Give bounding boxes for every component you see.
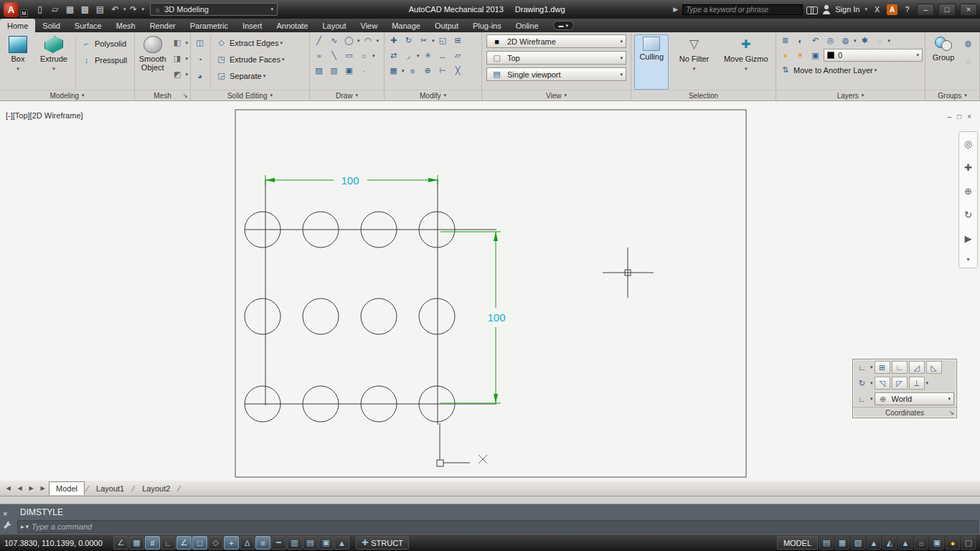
tab-manage[interactable]: Manage	[385, 19, 428, 32]
lineweight-toggle[interactable]: ━	[271, 536, 286, 550]
quick-view-layouts-icon[interactable]: ▦	[835, 536, 849, 550]
autocad-logo-icon[interactable]: A	[4, 2, 19, 17]
subtract-icon[interactable]: ◔	[193, 53, 207, 65]
steering-wheel-icon[interactable]: ◎	[961, 136, 976, 151]
hatch-icon[interactable]: ▨	[312, 65, 326, 77]
ucs-origin-button[interactable]: ↻	[855, 377, 869, 390]
object-snap-toggle[interactable]: □	[192, 536, 207, 550]
command-wrench-icon[interactable]	[3, 519, 11, 532]
polysolid-button[interactable]: ⌐ Polysolid	[80, 37, 127, 50]
pan-icon[interactable]: ✚	[961, 160, 976, 174]
copy-icon[interactable]: ⊞	[451, 34, 465, 47]
ucs-view-button[interactable]: ◸	[892, 377, 908, 390]
culling-toggle[interactable]: Culling	[634, 34, 669, 90]
command-prompt-icon[interactable]: ▸▾	[21, 523, 29, 530]
scale-icon[interactable]: ▱	[451, 50, 465, 62]
new-drawing-icon[interactable]: ▯	[32, 2, 47, 17]
layer-off-icon[interactable]: ◌	[873, 34, 887, 47]
panel-groups-footer[interactable]: Groups▾	[925, 90, 979, 100]
named-ucs-button[interactable]: ⊞	[875, 361, 890, 374]
ungroup-icon[interactable]: ◍	[961, 37, 975, 50]
annotation-visibility-icon[interactable]: ◭	[882, 536, 897, 550]
intersect-icon[interactable]: ◕	[193, 70, 207, 82]
layer-on-bulb-icon[interactable]: ●	[778, 50, 792, 62]
minimize-button[interactable]: –	[917, 4, 934, 16]
save-as-icon[interactable]: ▩	[77, 2, 93, 17]
undo-icon[interactable]: ↶	[108, 2, 123, 17]
explode-icon[interactable]: ✳	[421, 50, 435, 62]
tab-render[interactable]: Render	[143, 19, 183, 32]
ucs-zaxis-button[interactable]: ⊥	[909, 377, 925, 390]
polar-tracking-toggle[interactable]: ∠	[176, 536, 192, 550]
orbit-icon[interactable]: ↻	[961, 207, 976, 222]
region-icon[interactable]: ▣	[342, 65, 356, 77]
tab-mesh[interactable]: Mesh	[109, 19, 143, 32]
erase-icon[interactable]: ◱	[436, 34, 450, 47]
group-button[interactable]: Group	[928, 34, 959, 90]
transparency-toggle[interactable]: ▥	[287, 536, 302, 550]
ucs-named-dropdown[interactable]: ⊕ World ▾	[875, 392, 954, 405]
showmotion-icon[interactable]: ▶	[961, 231, 976, 245]
struct-toggle[interactable]: ✚ STRUCT	[356, 536, 409, 550]
extrude-faces-button[interactable]: ◳ Extrude Faces ▾	[215, 53, 284, 65]
array-icon[interactable]: ▦	[387, 65, 400, 77]
ribbon-minimize-button[interactable]: ▬ ▾	[553, 21, 575, 30]
extract-edges-button[interactable]: ◇ Extract Edges ▾	[215, 37, 284, 49]
ucs-face-button[interactable]: ◺	[926, 361, 942, 374]
sign-in-caret-icon[interactable]: ▾	[864, 6, 867, 12]
no-filter-dropdown[interactable]: ▽ No Filter ▾	[672, 34, 717, 90]
command-close-icon[interactable]: ×	[3, 509, 7, 518]
search-input[interactable]	[682, 4, 803, 15]
dynamic-ucs-toggle[interactable]: ∆	[240, 536, 255, 550]
viewport-controls-label[interactable]: [-][Top][2D Wireframe]	[6, 111, 83, 120]
layer-properties-icon[interactable]: ≣	[778, 34, 792, 47]
ucs-world-button[interactable]: ∟	[892, 361, 908, 374]
save-icon[interactable]: ▦	[62, 2, 77, 17]
last-layout-button[interactable]: ▶	[37, 483, 48, 494]
tab-parametric[interactable]: Parametric	[183, 19, 235, 32]
dynamic-input-toggle[interactable]: ≡	[255, 536, 270, 550]
layer-isolate-icon[interactable]: ◎	[824, 34, 837, 47]
command-window[interactable]: × DIMSTYLE ▸▾	[0, 504, 980, 534]
spline-icon[interactable]: ≈	[312, 50, 326, 62]
layer-lock-icon[interactable]: ▣	[809, 50, 822, 62]
annotation-scale-icon[interactable]: ▲	[867, 536, 881, 550]
tab-view[interactable]: View	[354, 19, 385, 32]
3d-object-snap-toggle[interactable]: ◇	[208, 536, 223, 550]
doc-minimize-icon[interactable]: –	[948, 113, 952, 121]
panel-view-footer[interactable]: View▾	[482, 90, 631, 100]
toolbar-lock-icon[interactable]: ▣	[930, 536, 944, 550]
ortho-mode-toggle[interactable]: ∟	[161, 536, 176, 550]
clean-screen-icon[interactable]: ▢	[961, 536, 976, 550]
drawing-border-rectangle[interactable]	[235, 110, 746, 477]
drawing-canvas[interactable]: 100 100	[0, 101, 980, 481]
smooth-object-button[interactable]: Smooth Object	[137, 34, 168, 90]
mirror-icon[interactable]: ⇄	[387, 50, 400, 62]
panel-solid-editing-footer[interactable]: Solid Editing▾	[191, 90, 309, 100]
coordinates-panel-title[interactable]: Coordinates ↘	[853, 407, 956, 418]
line-icon[interactable]: ╱	[312, 34, 326, 47]
ucs-3point-button[interactable]: ∟	[855, 393, 869, 405]
redo-icon[interactable]: ↷	[126, 2, 141, 17]
ucs-icon-button[interactable]: ∟	[855, 362, 869, 374]
group-edit-icon[interactable]: ◌	[961, 55, 975, 67]
coordinate-readout[interactable]: 107.3830, 110.1399, 0.0000	[4, 539, 113, 547]
previous-layout-button[interactable]: ◀	[14, 483, 25, 494]
move-to-layer-button[interactable]: ⇅ Move to Another Layer ▾	[778, 64, 923, 76]
performance-bulb-icon[interactable]: ●	[946, 536, 960, 550]
layer-match-icon[interactable]: ◐	[793, 34, 807, 47]
separate-button[interactable]: ◲ Separate ▾	[215, 70, 284, 82]
next-layout-button[interactable]: ▶	[26, 483, 37, 494]
layer-thaw-sun-icon[interactable]: ☀	[793, 50, 807, 62]
box-button[interactable]: Box ▾	[2, 34, 34, 90]
tab-plugins[interactable]: Plug-ins	[466, 19, 509, 32]
circle-icon[interactable]: ◯	[342, 34, 356, 47]
tab-model[interactable]: Model	[49, 481, 85, 495]
fillet-icon[interactable]: ◞	[402, 50, 415, 62]
offset-icon[interactable]: ≡	[406, 65, 420, 77]
tab-surface[interactable]: Surface	[67, 19, 109, 32]
help-icon[interactable]: ?	[902, 4, 913, 15]
rotate-icon[interactable]: ↻	[402, 34, 415, 47]
workspace-selector[interactable]: ☼ 3D Modeling ▾	[150, 3, 278, 16]
tab-annotate[interactable]: Annotate	[269, 19, 315, 32]
